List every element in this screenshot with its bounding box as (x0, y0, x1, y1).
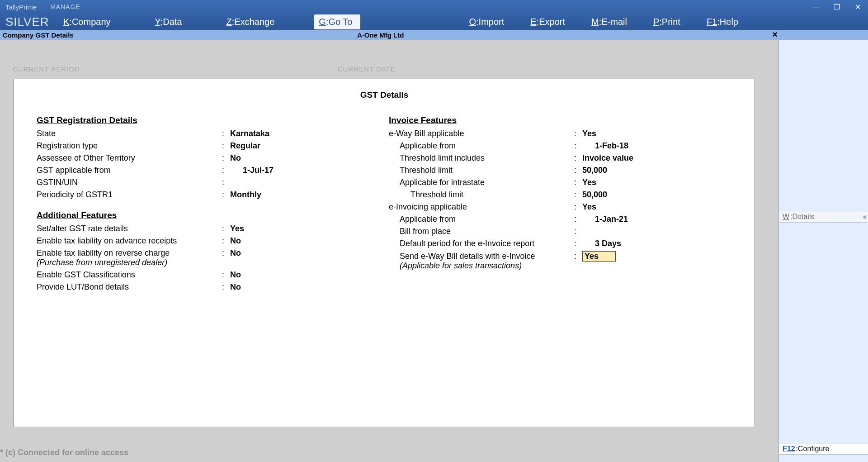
field-assessee-other-territory: Assessee of Other Territory:No (37, 153, 384, 163)
close-window-button[interactable]: ✕ (847, 0, 868, 14)
menu-data[interactable]: Y:Data (151, 14, 190, 29)
menu-export[interactable]: E:Export (526, 14, 573, 29)
manage-link[interactable]: MANAGE (50, 3, 80, 10)
field-eway-threshold: Threshold limit:50,000 (389, 166, 755, 175)
menu-bar: SILVER K:Company Y:Data Z:Exchange G:Go … (0, 14, 868, 30)
right-column: Invoice Features e-Way Bill applicable:Y… (384, 114, 755, 295)
field-state: State:Karnataka (37, 129, 384, 138)
field-eway-applicable-from: Applicable from:1-Feb-18 (389, 141, 755, 151)
minimize-button[interactable]: — (806, 0, 826, 14)
menu-company[interactable]: K:Company (59, 14, 119, 29)
current-period-label: CURRENT PERIOD (13, 65, 80, 73)
current-date-label: CURRENT DATE (338, 65, 396, 73)
field-eway-threshold-includes: Threshold limit includes:Invoice value (389, 153, 755, 163)
field-provide-lut-bond: Provide LUT/Bond details:No (37, 282, 384, 292)
field-eway-applicable: e-Way Bill applicable:Yes (389, 129, 755, 138)
section-invoice-features: Invoice Features (389, 115, 755, 125)
restore-button[interactable]: ❐ (826, 0, 847, 14)
field-eway-intrastate-threshold: Threshold limit:50,000 (389, 190, 755, 200)
background-labels: CURRENT PERIOD CURRENT DATE (13, 65, 766, 73)
company-name: A-One Mfg Ltd (357, 31, 404, 39)
field-einvoicing-from: Applicable from:1-Jan-21 (389, 214, 755, 224)
field-einvoicing-applicable: e-Invoicing applicable:Yes (389, 202, 755, 212)
field-gstr1-periodicity: Periodicity of GSTR1:Monthly (37, 190, 384, 200)
active-field[interactable]: Yes (582, 251, 616, 262)
field-registration-type: Registration type:Regular (37, 141, 384, 151)
section-gst-registration: GST Registration Details (37, 115, 384, 125)
menu-import[interactable]: O:Import (464, 14, 512, 29)
field-gstin-uin: GSTIN/UIN: (37, 178, 384, 187)
window-controls: — ❐ ✕ (806, 0, 868, 14)
field-enable-gst-classifications: Enable GST Classifications:No (37, 270, 384, 280)
side-details-button[interactable]: W:Details ◀ (779, 211, 868, 223)
workspace: CURRENT PERIOD CURRENT DATE * (c) Connec… (0, 40, 778, 462)
side-configure-button[interactable]: F12:Configure (779, 443, 868, 455)
section-additional-features: Additional Features (37, 210, 384, 220)
app-name: TallyPrime (5, 3, 37, 11)
status-line: * (c) Connected for online access (0, 448, 128, 457)
field-send-eway-with-einvoice: Send e-Way Bill details with e-Invoice (… (389, 251, 755, 271)
field-set-alter-gst-rate: Set/alter GST rate details:Yes (37, 224, 384, 233)
screen-name: Company GST Details (0, 31, 357, 39)
close-icon[interactable]: × (772, 29, 778, 40)
title-bar: TallyPrime MANAGE — ❐ ✕ (0, 0, 868, 14)
chevron-left-icon: ◀ (862, 214, 866, 220)
side-panel: W:Details ◀ F12:Configure (778, 40, 868, 462)
context-bar: Company GST Details A-One Mfg Ltd × (0, 30, 868, 40)
menu-exchange[interactable]: Z:Exchange (222, 14, 283, 29)
field-gst-applicable-from: GST applicable from:1-Jul-17 (37, 166, 384, 175)
left-column: GST Registration Details State:Karnataka… (14, 114, 384, 295)
field-tax-liability-reverse: Enable tax liability on reverse charge (… (37, 248, 384, 267)
app-edition: SILVER (0, 15, 59, 29)
gst-details-pane: GST Details GST Registration Details Sta… (14, 79, 755, 427)
field-default-einvoice-period: Default period for the e-Invoice report:… (389, 239, 755, 248)
field-tax-liability-advance: Enable tax liability on advance receipts… (37, 236, 384, 246)
menu-goto[interactable]: G:Go To (314, 14, 360, 29)
field-bill-from-place: Bill from place: (389, 227, 755, 236)
menu-help[interactable]: F1:Help (702, 14, 746, 29)
field-eway-intrastate: Applicable for intrastate:Yes (389, 178, 755, 187)
menu-email[interactable]: M:E-mail (587, 14, 635, 29)
menu-print[interactable]: P:Print (649, 14, 689, 29)
pane-title: GST Details (14, 90, 755, 100)
